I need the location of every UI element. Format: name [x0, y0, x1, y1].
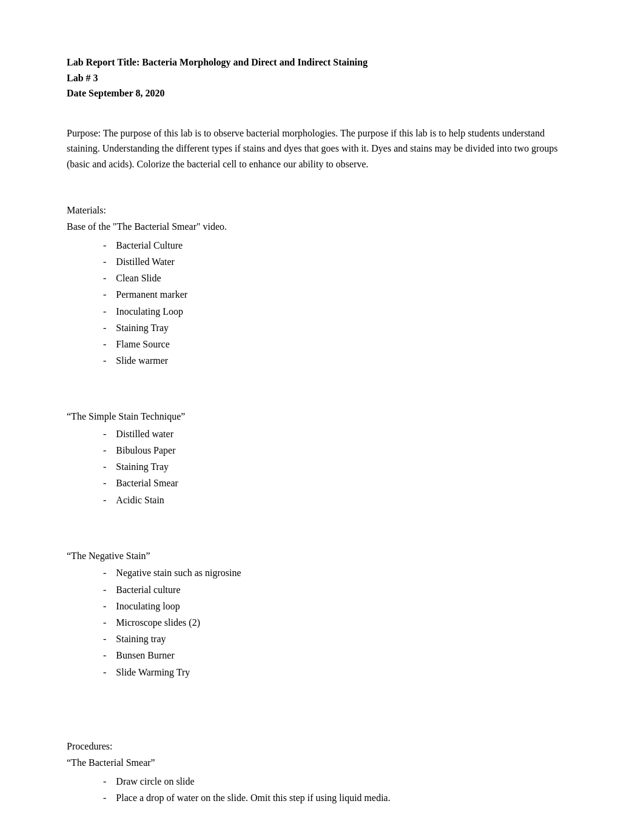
negative-stain-item-6: Slide Warming Try — [116, 664, 577, 680]
list-item: - Bibulous Paper — [67, 442, 577, 458]
dash-icon: - — [103, 790, 106, 806]
list-item: - Distilled water — [67, 426, 577, 442]
materials-item-4: Inoculating Loop — [116, 303, 577, 320]
dash-icon: - — [103, 237, 106, 253]
negative-stain-item-2: Inoculating loop — [116, 598, 577, 614]
list-item: - Permanent marker — [67, 286, 577, 303]
procedures-item-0: Draw circle on slide — [116, 773, 577, 790]
materials-section: Materials: Base of the "The Bacterial Sm… — [67, 203, 577, 369]
list-item: - Bacterial Smear — [67, 475, 577, 491]
simple-stain-item-4: Acidic Stain — [116, 492, 577, 508]
simple-stain-item-0: Distilled water — [116, 426, 577, 442]
simple-stain-item-1: Bibulous Paper — [116, 442, 577, 458]
negative-stain-item-1: Bacterial culture — [116, 582, 577, 598]
negative-stain-item-5: Bunsen Burner — [116, 647, 577, 663]
simple-stain-heading: “The Simple Stain Technique” — [67, 409, 577, 424]
list-item: - Staining tray — [67, 631, 577, 647]
list-item: - Microscope slides (2) — [67, 614, 577, 631]
materials-item-1: Distilled Water — [116, 253, 577, 270]
list-item: - Bacterial Culture — [67, 237, 577, 253]
materials-item-3: Permanent marker — [116, 286, 577, 303]
list-item: - Staining Tray — [67, 458, 577, 475]
list-item: - Distilled Water — [67, 253, 577, 270]
simple-stain-list: - Distilled water - Bibulous Paper - Sta… — [67, 426, 577, 508]
procedures-subheading: “The Bacterial Smear” — [67, 755, 577, 771]
materials-item-6: Flame Source — [116, 336, 577, 352]
list-item: - Flame Source — [67, 336, 577, 352]
dash-icon: - — [103, 565, 106, 581]
dash-icon: - — [103, 475, 106, 491]
materials-item-5: Staining Tray — [116, 320, 577, 336]
negative-stain-item-3: Microscope slides (2) — [116, 614, 577, 631]
dash-icon: - — [103, 631, 106, 647]
materials-item-2: Clean Slide — [116, 270, 577, 286]
dash-icon: - — [103, 773, 106, 790]
materials-item-7: Slide warmer — [116, 352, 577, 369]
list-item: - Bacterial culture — [67, 582, 577, 598]
list-item: - Inoculating Loop — [67, 303, 577, 320]
materials-item-0: Bacterial Culture — [116, 237, 577, 253]
dash-icon: - — [103, 352, 106, 369]
dash-icon: - — [103, 336, 106, 352]
dash-icon: - — [103, 582, 106, 598]
procedures-item-1: Place a drop of water on the slide. Omit… — [116, 790, 577, 806]
negative-stain-section: “The Negative Stain” - Negative stain su… — [67, 548, 577, 680]
list-item: - Negative stain such as nigrosine — [67, 565, 577, 581]
list-item: - Staining Tray — [67, 320, 577, 336]
page: Lab Report Title: Bacteria Morphology an… — [0, 0, 644, 835]
list-item: - Inoculating loop — [67, 598, 577, 614]
dash-icon: - — [103, 614, 106, 631]
dash-icon: - — [103, 664, 106, 680]
dash-icon: - — [103, 492, 106, 508]
dash-icon: - — [103, 458, 106, 475]
title-block: Lab Report Title: Bacteria Morphology an… — [67, 55, 577, 101]
dash-icon: - — [103, 426, 106, 442]
simple-stain-section: “The Simple Stain Technique” - Distilled… — [67, 409, 577, 508]
negative-stain-item-0: Negative stain such as nigrosine — [116, 565, 577, 581]
list-item: - Draw circle on slide — [67, 773, 577, 790]
procedures-list: - Draw circle on slide - Place a drop of… — [67, 773, 577, 806]
negative-stain-heading: “The Negative Stain” — [67, 548, 577, 564]
list-item: - Place a drop of water on the slide. Om… — [67, 790, 577, 806]
dash-icon: - — [103, 286, 106, 303]
negative-stain-list: - Negative stain such as nigrosine - Bac… — [67, 565, 577, 680]
title-line2: Lab # 3 — [67, 70, 577, 86]
materials-heading: Materials: — [67, 203, 577, 218]
procedures-section: Procedures: “The Bacterial Smear” - Draw… — [67, 739, 577, 806]
title-line1: Lab Report Title: Bacteria Morphology an… — [67, 55, 577, 70]
list-item: - Clean Slide — [67, 270, 577, 286]
dash-icon: - — [103, 647, 106, 663]
list-item: - Slide Warming Try — [67, 664, 577, 680]
dash-icon: - — [103, 442, 106, 458]
list-item: - Slide warmer — [67, 352, 577, 369]
materials-list: - Bacterial Culture - Distilled Water - … — [67, 237, 577, 369]
dash-icon: - — [103, 598, 106, 614]
dash-icon: - — [103, 253, 106, 270]
dash-icon: - — [103, 270, 106, 286]
dash-icon: - — [103, 320, 106, 336]
dash-icon: - — [103, 303, 106, 320]
procedures-heading: Procedures: — [67, 739, 577, 754]
purpose-block: Purpose: The purpose of this lab is to o… — [67, 126, 577, 172]
title-line3: Date September 8, 2020 — [67, 86, 577, 101]
purpose-text: Purpose: The purpose of this lab is to o… — [67, 126, 577, 172]
list-item: - Acidic Stain — [67, 492, 577, 508]
simple-stain-item-2: Staining Tray — [116, 458, 577, 475]
materials-subheading: Base of the "The Bacterial Smear" video. — [67, 219, 577, 235]
simple-stain-item-3: Bacterial Smear — [116, 475, 577, 491]
list-item: - Bunsen Burner — [67, 647, 577, 663]
negative-stain-item-4: Staining tray — [116, 631, 577, 647]
